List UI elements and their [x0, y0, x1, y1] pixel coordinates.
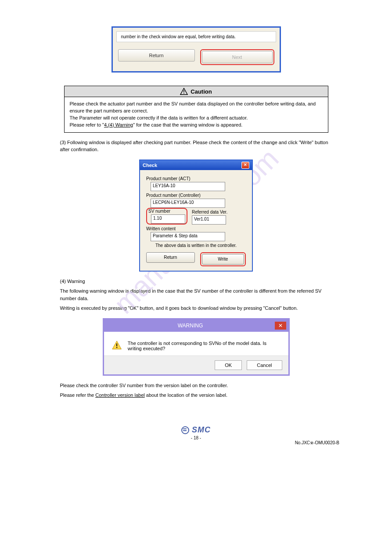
- version-label-link[interactable]: Controller version label: [95, 392, 145, 398]
- page-footer: SMC - 18 - No.JXC※-OMU0020-B: [0, 425, 392, 445]
- paragraph-step4a: The following warning window is displaye…: [60, 287, 332, 302]
- caution-link[interactable]: 4.(4) Warning: [104, 122, 133, 127]
- warning-triangle-icon: [112, 341, 122, 351]
- page-number: - 18 -: [191, 435, 201, 440]
- field-wc: Parameter & Step data: [151, 232, 225, 241]
- check-note: The above data is written in the control…: [146, 243, 246, 248]
- return-button[interactable]: Return: [118, 49, 195, 62]
- field-ctrl: LECP6N-LEY16A-10: [151, 199, 225, 208]
- next-button[interactable]: Next: [202, 51, 273, 63]
- paragraph-step4b: Writing is executed by pressing "OK" but…: [60, 305, 332, 312]
- check-return-button[interactable]: Return: [146, 252, 195, 263]
- warning-close-icon[interactable]: ✕: [275, 322, 286, 330]
- field-ref: Ver1.01: [192, 215, 226, 225]
- paragraph-after-warn2: Please refer the Controller version labe…: [60, 392, 332, 399]
- dialog-text: number in the check window are equal, be…: [116, 31, 276, 42]
- check-dialog: Check ✕ Product number (ACT) LEY16A-10 P…: [139, 160, 253, 272]
- check-write-button[interactable]: Write: [202, 254, 245, 265]
- warning-title: WARNING: [106, 323, 275, 329]
- label-sv: SV number: [148, 209, 170, 214]
- field-sv: 1.10: [151, 214, 185, 224]
- svg-point-1: [183, 93, 184, 94]
- ok-button[interactable]: OK: [215, 360, 242, 370]
- smc-logo: SMC: [0, 425, 392, 435]
- paragraph-step4-title: (4) Warning: [60, 278, 332, 285]
- field-act: LEY16A-10: [151, 182, 225, 191]
- paragraph-after-warn1: Please check the controller SV number fr…: [60, 382, 332, 389]
- caution-title: Caution: [191, 88, 212, 95]
- label-act: Product number (ACT): [146, 176, 246, 181]
- warning-triangle-icon: [180, 88, 188, 95]
- dialog-fragment-top: number in the check window are equal, be…: [111, 26, 281, 73]
- paragraph-step3: (3) Following window is displayed after …: [60, 139, 332, 153]
- caution-line1: Please check the actuator part number an…: [70, 101, 323, 115]
- caution-line2: The Parameter will not operate correctly…: [70, 115, 323, 122]
- label-ref: Referred data Ver.: [192, 210, 227, 214]
- check-title: Check: [143, 163, 157, 168]
- caution-line3: Please refer to "4.(4) Warning" for the …: [70, 122, 323, 129]
- warning-dialog: WARNING ✕ The controller is not correspo…: [103, 318, 290, 376]
- caution-box: Caution Please check the actuator part n…: [64, 86, 328, 133]
- check-titlebar: Check ✕: [140, 160, 252, 170]
- label-ctrl: Product number (Controller): [146, 193, 246, 198]
- svg-point-3: [116, 347, 117, 348]
- caution-header: Caution: [65, 86, 328, 97]
- doc-number: No.JXC※-OMU0020-B: [0, 440, 392, 445]
- warning-message: The controller is not corresponding to S…: [128, 341, 281, 351]
- label-wc: Written content: [146, 226, 246, 231]
- cancel-button[interactable]: Cancel: [247, 360, 282, 370]
- close-icon[interactable]: ✕: [241, 162, 249, 169]
